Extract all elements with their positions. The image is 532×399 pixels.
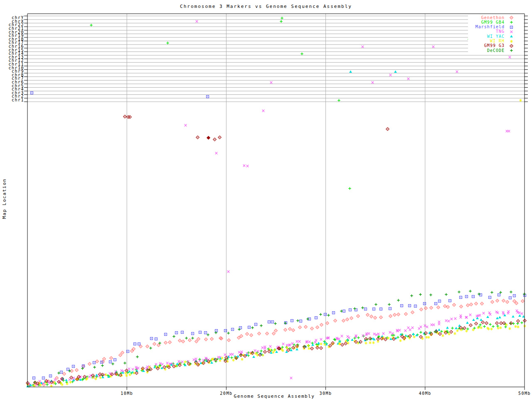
marker-plus	[478, 293, 480, 295]
marker-plus	[57, 372, 60, 374]
marker-asterisk	[497, 327, 500, 330]
marker-asterisk	[520, 99, 522, 102]
marker-x	[166, 362, 169, 365]
marker-plus	[388, 303, 390, 305]
marker-asterisk	[372, 341, 375, 344]
marker-x	[262, 110, 265, 112]
marker-x	[377, 333, 380, 335]
marker-plus	[111, 362, 114, 365]
marker-x	[282, 343, 285, 345]
marker-plus	[348, 187, 351, 190]
marker-plus	[227, 332, 229, 334]
marker-triangle	[480, 318, 483, 321]
marker-asterisk	[448, 332, 451, 335]
marker-plus	[479, 323, 481, 326]
marker-plus	[207, 333, 209, 336]
marker-x	[469, 314, 472, 316]
marker-asterisk	[490, 328, 493, 330]
x-tick-label-10Mb: 10Mb	[121, 391, 133, 396]
marker-plus	[300, 52, 303, 55]
marker-plus	[296, 319, 299, 322]
marker-x	[438, 321, 441, 323]
marker-x	[372, 81, 374, 84]
marker-triangle	[252, 355, 255, 358]
marker-x	[407, 78, 410, 80]
marker-x	[507, 312, 510, 315]
marker-asterisk	[365, 342, 367, 345]
marker-x	[454, 318, 457, 320]
marker-x	[392, 332, 394, 335]
marker-asterisk	[69, 381, 72, 384]
marker-x	[418, 328, 421, 330]
marker-plus	[510, 291, 512, 293]
marker-plus	[340, 310, 342, 312]
marker-asterisk	[129, 373, 131, 376]
marker-triangle	[496, 317, 499, 319]
marker-x	[305, 341, 308, 344]
marker-x	[341, 335, 343, 337]
marker-x	[355, 335, 357, 337]
marker-x	[432, 46, 435, 48]
marker-plus	[458, 291, 460, 293]
marker-x	[426, 326, 429, 328]
page-title: Chromosome 3 Markers vs Genome Sequence …	[180, 4, 352, 9]
marker-x	[448, 320, 450, 323]
marker-triangle	[476, 317, 479, 319]
marker-plus	[191, 337, 194, 339]
marker-x	[288, 344, 291, 347]
marker-plus	[361, 306, 364, 309]
marker-plus	[90, 24, 92, 26]
marker-plus	[483, 325, 485, 328]
marker-asterisk	[347, 342, 350, 345]
marker-plus	[311, 342, 313, 344]
marker-x	[451, 318, 453, 320]
marker-triangle	[65, 379, 68, 381]
marker-diamond	[207, 136, 210, 140]
marker-x	[466, 316, 468, 319]
outliers-main	[123, 110, 510, 379]
marker-plus	[281, 17, 283, 19]
y-axis-label: Map Location	[2, 178, 7, 219]
marker-asterisk	[219, 359, 222, 362]
marker-asterisk	[454, 332, 456, 335]
marker-x	[296, 340, 298, 343]
marker-x	[269, 345, 272, 348]
marker-plus	[496, 325, 499, 327]
marker-plus	[516, 322, 519, 325]
legend-label-tng: TNG	[496, 29, 505, 34]
marker-x	[205, 357, 207, 360]
marker-x	[39, 380, 41, 383]
marker-x	[509, 56, 511, 59]
series-tng	[28, 310, 523, 387]
scatter-series-layer	[26, 17, 527, 387]
marker-x	[445, 320, 448, 322]
marker-plus	[280, 20, 282, 22]
marker-plus	[445, 293, 447, 296]
marker-triangle	[205, 360, 208, 362]
marker-asterisk	[241, 358, 244, 361]
marker-plus	[490, 291, 493, 293]
marker-triangle	[446, 326, 449, 329]
marker-asterisk	[515, 325, 517, 328]
marker-x	[355, 336, 357, 338]
marker-triangle	[498, 316, 501, 318]
legend-label-wirh: WI RH	[490, 39, 505, 43]
marker-plus	[81, 367, 84, 369]
marker-x	[232, 353, 234, 356]
marker-asterisk	[399, 339, 402, 342]
marker-x	[261, 347, 264, 349]
marker-triangle	[512, 315, 515, 318]
marker-x	[348, 337, 350, 339]
marker-x	[132, 368, 134, 371]
marker-asterisk	[164, 368, 167, 371]
marker-x	[411, 327, 414, 329]
marker-plus	[466, 328, 469, 330]
marker-plus	[473, 327, 475, 329]
marker-x	[196, 20, 198, 23]
marker-x	[456, 71, 458, 73]
marker-plus	[293, 343, 295, 346]
marker-asterisk	[369, 341, 372, 344]
marker-x	[338, 338, 340, 340]
outliers-chromosome-rows	[31, 17, 522, 102]
legend: GenethonGM99 GB4MarshfieldTNGWI YACWI RH…	[468, 14, 524, 53]
